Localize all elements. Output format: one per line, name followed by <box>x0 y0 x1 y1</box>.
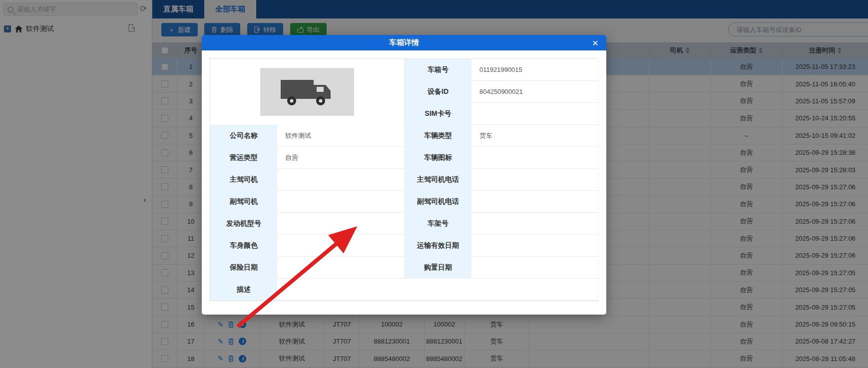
field-label: 发动机型号 <box>210 213 277 235</box>
field-label: 车箱号 <box>405 59 471 81</box>
field-label: 公司名称 <box>210 125 277 147</box>
field-value <box>277 279 599 301</box>
field-value <box>471 147 599 169</box>
field-value <box>471 169 599 191</box>
field-label: SIM卡号 <box>405 103 471 125</box>
field-label: 设备ID <box>405 81 471 103</box>
field-value <box>471 257 599 279</box>
field-value <box>471 191 599 213</box>
field-value: 804250900021 <box>471 81 599 103</box>
modal-header: 车箱详情 × <box>202 35 606 50</box>
field-value <box>471 213 599 235</box>
field-label: 购置日期 <box>405 257 471 279</box>
field-value <box>277 213 405 235</box>
field-label: 副驾司机电话 <box>405 191 471 213</box>
field-value: 软件测试 <box>277 125 405 147</box>
box-detail-modal: 车箱详情 × 车箱号 <box>202 35 606 315</box>
field-value: 货车 <box>471 125 599 147</box>
field-label: 车身颜色 <box>210 235 277 257</box>
field-value <box>277 257 405 279</box>
field-label: 营运类型 <box>210 147 277 169</box>
field-label: 保险日期 <box>210 257 277 279</box>
field-value <box>471 235 599 257</box>
field-label: 车辆图标 <box>405 147 471 169</box>
field-label: 主驾司机 <box>210 169 277 191</box>
close-icon[interactable]: × <box>592 36 598 49</box>
field-label: 描述 <box>210 279 277 301</box>
field-label: 车辆类型 <box>405 125 471 147</box>
modal-title: 车箱详情 <box>389 38 419 47</box>
field-value <box>277 169 405 191</box>
field-label: 运输有效日期 <box>405 235 471 257</box>
modal-detail-table: 车箱号 011921990015 设备ID 804250900021 SIM卡号… <box>210 58 598 301</box>
field-value <box>471 103 599 125</box>
field-label: 车架号 <box>405 213 471 235</box>
truck-image-placeholder <box>260 68 354 116</box>
field-value: 011921990015 <box>471 59 599 81</box>
field-label: 主驾司机电话 <box>405 169 471 191</box>
field-value <box>277 191 405 213</box>
truck-icon <box>280 77 335 107</box>
field-value <box>277 235 405 257</box>
vehicle-photo <box>210 59 405 125</box>
field-value: 自营 <box>277 147 405 169</box>
field-label: 副驾司机 <box>210 191 277 213</box>
